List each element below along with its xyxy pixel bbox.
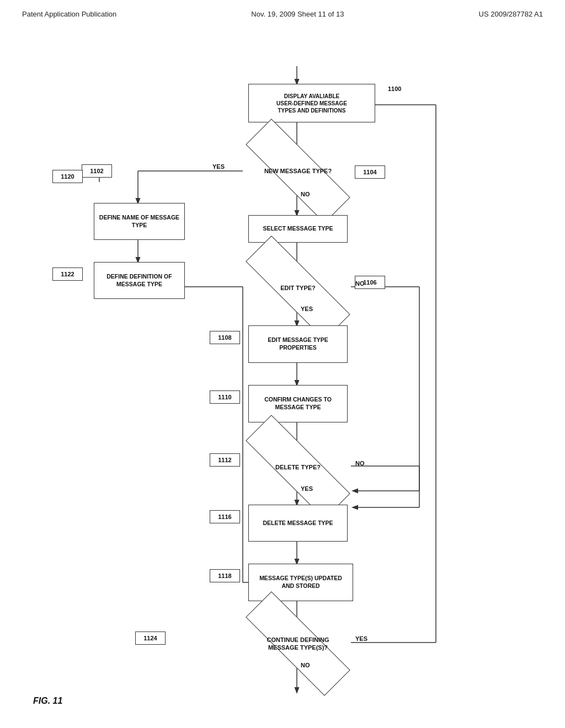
node-new-message-type-label: NEW MESSAGE TYPE?	[264, 167, 332, 175]
node-edit-props: EDIT MESSAGE TYPEPROPERTIES	[248, 325, 348, 363]
node-edit-type-label: EDIT TYPE?	[280, 284, 316, 292]
node-continue-label: CONTINUE DEFININGMESSAGE TYPE(S)?	[266, 636, 329, 652]
node-1108: 1108	[210, 331, 240, 344]
node-confirm-changes: CONFIRM CHANGES TOMESSAGE TYPE	[248, 385, 348, 422]
node-select-message-type: SELECT MESSAGE TYPE	[248, 215, 348, 243]
yes-edit-type: YES	[301, 306, 313, 312]
page: Patent Application Publication Nov. 19, …	[0, 0, 565, 728]
node-1116: 1116	[210, 510, 240, 523]
node-delete-message: DELETE MESSAGE TYPE	[248, 505, 348, 542]
node-1120: 1120	[52, 170, 83, 183]
no-new-msg: NO	[301, 191, 310, 197]
header-right: US 2009/287782 A1	[479, 10, 543, 18]
flowchart: DISPLAY AVALIABLEUSER-DEFINED MESSAGETYP…	[0, 33, 565, 722]
node-select-label: SELECT MESSAGE TYPE	[263, 225, 333, 233]
no-edit-type: NO	[355, 280, 365, 287]
node-edit-type: EDIT TYPE?	[243, 270, 353, 306]
node-new-message-type: NEW MESSAGE TYPE?	[243, 153, 353, 189]
node-edit-props-label: EDIT MESSAGE TYPEPROPERTIES	[268, 336, 328, 351]
header: Patent Application Publication Nov. 19, …	[0, 0, 565, 18]
no-delete-type: NO	[355, 460, 365, 467]
node-1100-label: DISPLAY AVALIABLEUSER-DEFINED MESSAGETYP…	[276, 93, 347, 114]
header-left: Patent Application Publication	[22, 10, 116, 18]
node-delete-label: DELETE MESSAGE TYPE	[263, 520, 333, 527]
node-delete-type: DELETE TYPE?	[243, 449, 353, 485]
yes-continue: YES	[355, 635, 367, 642]
node-1118: 1118	[210, 569, 240, 582]
yes-delete-type: YES	[301, 485, 313, 492]
yes-new-msg: YES	[212, 163, 225, 170]
node-define-name: DEFINE NAME OF MESSAGETYPE	[94, 203, 185, 240]
node-confirm-label: CONFIRM CHANGES TOMESSAGE TYPE	[264, 396, 332, 411]
node-updated-label: MESSAGE TYPE(S) UPDATEDAND STORED	[259, 575, 342, 590]
label-1100: 1100	[388, 85, 401, 92]
node-delete-type-label: DELETE TYPE?	[275, 463, 321, 471]
node-1112: 1112	[210, 453, 240, 467]
node-updated-stored: MESSAGE TYPE(S) UPDATEDAND STORED	[248, 564, 353, 601]
figure-label: FIG. 11	[33, 696, 62, 706]
node-define-def: DEFINE DEFINITION OFMESSAGE TYPE	[94, 262, 185, 299]
node-continue-defining: CONTINUE DEFININGMESSAGE TYPE(S)?	[243, 626, 353, 661]
node-1110: 1110	[210, 390, 240, 404]
node-define-name-label: DEFINE NAME OF MESSAGETYPE	[99, 214, 179, 229]
node-1124: 1124	[135, 631, 166, 645]
node-1102: 1102	[82, 164, 112, 178]
node-define-def-label: DEFINE DEFINITION OFMESSAGE TYPE	[106, 273, 172, 288]
node-1100: DISPLAY AVALIABLEUSER-DEFINED MESSAGETYP…	[248, 84, 375, 122]
node-1104: 1104	[355, 165, 385, 179]
node-1122: 1122	[52, 267, 83, 281]
no-continue: NO	[301, 662, 310, 668]
header-middle: Nov. 19, 2009 Sheet 11 of 13	[251, 10, 344, 18]
